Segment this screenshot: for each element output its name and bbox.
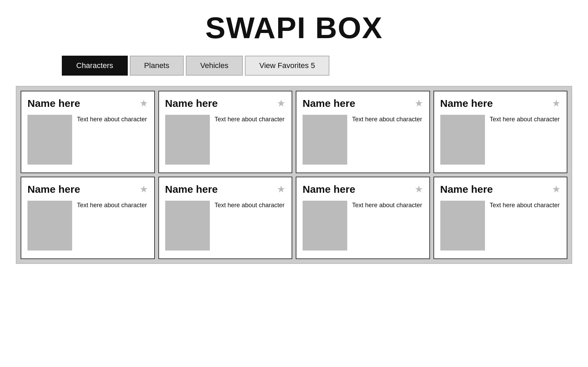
cards-grid: Name here ★ Text here about character Na… — [16, 86, 572, 264]
card-4-image — [440, 115, 485, 165]
card-5-header: Name here ★ — [27, 184, 148, 195]
card-8: Name here ★ Text here about character — [433, 177, 568, 259]
tab-planets[interactable]: Planets — [130, 56, 184, 76]
card-8-star-icon[interactable]: ★ — [552, 185, 561, 194]
card-5-body: Text here about character — [27, 201, 148, 251]
card-2-star-icon[interactable]: ★ — [277, 99, 285, 108]
card-8-body: Text here about character — [440, 201, 561, 251]
card-3-header: Name here ★ — [303, 98, 423, 109]
card-5-star-icon[interactable]: ★ — [139, 185, 148, 194]
card-7-name: Name here — [303, 184, 355, 195]
card-4: Name here ★ Text here about character — [433, 91, 568, 173]
page-wrapper: SWAPI BOX Characters Planets Vehicles Vi… — [0, 0, 588, 274]
card-6-body: Text here about character — [165, 201, 286, 251]
card-1-header: Name here ★ — [27, 98, 148, 109]
card-2-text: Text here about character — [215, 115, 285, 124]
card-6-name: Name here — [165, 184, 218, 195]
card-2-image — [165, 115, 210, 165]
card-3-star-icon[interactable]: ★ — [415, 99, 423, 108]
card-8-name: Name here — [440, 184, 493, 195]
card-7-header: Name here ★ — [303, 184, 423, 195]
card-8-header: Name here ★ — [440, 184, 561, 195]
card-5-text: Text here about character — [77, 201, 147, 210]
card-4-text: Text here about character — [490, 115, 560, 124]
card-3-name: Name here — [303, 98, 355, 109]
card-7-text: Text here about character — [352, 201, 422, 210]
card-6-star-icon[interactable]: ★ — [277, 185, 285, 194]
card-4-header: Name here ★ — [440, 98, 561, 109]
card-7-body: Text here about character — [303, 201, 423, 251]
card-3-body: Text here about character — [303, 115, 423, 165]
card-6-header: Name here ★ — [165, 184, 286, 195]
card-2: Name here ★ Text here about character — [158, 91, 293, 173]
card-1-name: Name here — [27, 98, 80, 109]
card-1-star-icon[interactable]: ★ — [139, 99, 148, 108]
card-3: Name here ★ Text here about character — [296, 91, 430, 173]
card-8-text: Text here about character — [490, 201, 560, 210]
card-1: Name here ★ Text here about character — [21, 91, 155, 173]
card-3-text: Text here about character — [352, 115, 422, 124]
card-5: Name here ★ Text here about character — [21, 177, 155, 259]
card-4-name: Name here — [440, 98, 493, 109]
tab-favorites[interactable]: View Favorites 5 — [245, 56, 329, 76]
card-6-image — [165, 201, 210, 251]
tab-vehicles[interactable]: Vehicles — [186, 56, 243, 76]
card-8-image — [440, 201, 485, 251]
card-7-star-icon[interactable]: ★ — [415, 185, 423, 194]
card-3-image — [303, 115, 347, 165]
card-6: Name here ★ Text here about character — [158, 177, 293, 259]
card-1-body: Text here about character — [27, 115, 148, 165]
card-4-body: Text here about character — [440, 115, 561, 165]
card-6-text: Text here about character — [215, 201, 285, 210]
nav-bar: Characters Planets Vehicles View Favorit… — [62, 56, 331, 76]
card-1-image — [27, 115, 72, 165]
card-7-image — [303, 201, 347, 251]
card-2-header: Name here ★ — [165, 98, 286, 109]
card-5-name: Name here — [27, 184, 80, 195]
card-4-star-icon[interactable]: ★ — [552, 99, 561, 108]
card-5-image — [27, 201, 72, 251]
tab-characters[interactable]: Characters — [62, 56, 128, 76]
card-2-name: Name here — [165, 98, 218, 109]
card-1-text: Text here about character — [77, 115, 147, 124]
card-2-body: Text here about character — [165, 115, 286, 165]
card-7: Name here ★ Text here about character — [296, 177, 430, 259]
app-title: SWAPI BOX — [205, 10, 383, 45]
